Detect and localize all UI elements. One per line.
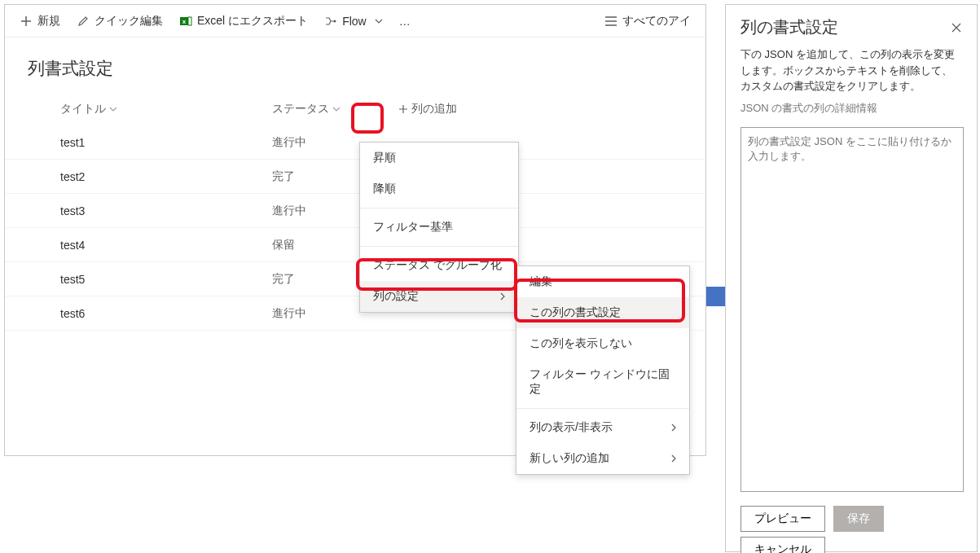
column-header-status[interactable]: ステータス [272,102,398,116]
export-excel-button[interactable]: x Excel にエクスポート [171,8,316,34]
panel-help-link[interactable]: JSON の書式の列の詳細情報 [726,101,977,127]
chevron-right-icon [671,424,676,432]
column-header-title[interactable]: タイトル [28,102,272,116]
menu-divider [516,408,689,409]
menu-item-sort-desc[interactable]: 降順 [360,173,518,204]
cell-title: test1 [28,136,272,149]
overflow-button[interactable]: … [391,8,419,34]
menu-item-label: 列の表示/非表示 [530,420,613,435]
chevron-down-icon [375,19,383,24]
page-title: 列書式設定 [5,37,705,93]
cell-title: test2 [28,170,272,183]
chevron-right-icon [671,454,676,463]
menu-item-column-settings[interactable]: 列の設定 [360,281,518,312]
svg-text:x: x [182,18,187,25]
table-row[interactable]: test2 完了 [5,160,705,194]
menu-divider [360,246,518,247]
svg-point-3 [334,20,336,22]
column-header-title-label: タイトル [60,102,106,116]
panel-description: 下の JSON を追加して、この列の表示を変更します。ボックスからテキストを削除… [726,46,977,101]
column-header-status-label: ステータス [272,102,329,116]
list-pane: 新規 クイック編集 x Excel にエクスポート Flow [4,4,706,456]
menu-item-sort-asc[interactable]: 昇順 [360,143,518,173]
menu-item-label: フィルター基準 [373,220,453,235]
excel-icon: x [179,15,192,28]
menu-item-add-column[interactable]: 新しい列の追加 [516,443,689,474]
views-button[interactable]: すべてのアイ [596,8,699,34]
new-button[interactable]: 新規 [11,8,68,34]
flow-button[interactable]: Flow [316,8,391,34]
add-column-button[interactable]: 列の追加 [398,102,457,116]
menu-item-filter[interactable]: フィルター基準 [360,212,518,243]
menu-item-pin-filter[interactable]: フィルター ウィンドウに固定 [516,359,689,405]
menu-item-show-hide-columns[interactable]: 列の表示/非表示 [516,412,689,443]
quick-edit-button[interactable]: クイック編集 [68,8,171,34]
panel-title: 列の書式設定 [740,16,838,38]
cancel-button[interactable]: キャンセル [740,537,825,554]
close-button[interactable] [951,22,962,33]
flow-icon [324,15,337,28]
menu-item-label: 昇順 [373,151,396,165]
json-textarea[interactable] [740,127,964,492]
menu-item-label: この列を表示しない [530,336,632,351]
cell-title: test3 [28,204,272,217]
menu-item-hide-column[interactable]: この列を表示しない [516,328,689,359]
menu-item-label: 列の設定 [373,289,419,304]
menu-item-edit-column[interactable]: 編集 [516,266,689,297]
column-headers-row: タイトル ステータス 列の追加 [5,93,705,125]
table-row[interactable]: test1 進行中 [5,125,705,160]
overflow-icon: … [399,15,411,28]
views-label: すべてのアイ [622,14,691,29]
chevron-down-icon [109,107,117,112]
add-column-label: 列の追加 [411,102,457,116]
save-button[interactable]: 保存 [833,506,884,532]
table-row[interactable]: test4 保留 [5,228,705,262]
menu-divider [360,208,518,208]
new-button-label: 新規 [37,14,60,29]
menu-item-label: 編集 [530,274,552,289]
chevron-down-icon [332,107,341,112]
svg-rect-2 [188,17,191,25]
menu-item-label: この列の書式設定 [530,305,621,320]
edit-icon [77,15,90,28]
cell-title: test4 [28,239,272,252]
command-bar: 新規 クイック編集 x Excel にエクスポート Flow [5,5,705,37]
hamburger-icon [604,15,617,28]
chevron-right-icon [500,292,505,301]
plus-icon [20,15,33,28]
menu-item-label: ステータス でグループ化 [373,258,502,273]
export-excel-label: Excel にエクスポート [197,14,308,29]
close-icon [951,22,962,33]
cell-title: test5 [28,273,272,286]
menu-item-label: フィルター ウィンドウに固定 [530,367,676,397]
menu-item-label: 新しい列の追加 [530,451,609,466]
quick-edit-label: クイック編集 [94,14,163,29]
menu-item-label: 降順 [373,182,396,196]
menu-item-group[interactable]: ステータス でグループ化 [360,250,518,281]
table-row[interactable]: test3 進行中 [5,194,705,228]
column-context-menu: 昇順 降順 フィルター基準 ステータス でグループ化 列の設定 [359,142,519,313]
column-settings-submenu: 編集 この列の書式設定 この列を表示しない フィルター ウィンドウに固定 列の表… [516,266,690,475]
plus-icon [398,104,408,114]
preview-button[interactable]: プレビュー [740,506,825,532]
menu-item-format-column[interactable]: この列の書式設定 [516,297,689,328]
format-column-panel: 列の書式設定 下の JSON を追加して、この列の表示を変更します。ボックスから… [725,4,978,552]
flow-label: Flow [342,15,367,28]
cell-title: test6 [28,307,272,320]
